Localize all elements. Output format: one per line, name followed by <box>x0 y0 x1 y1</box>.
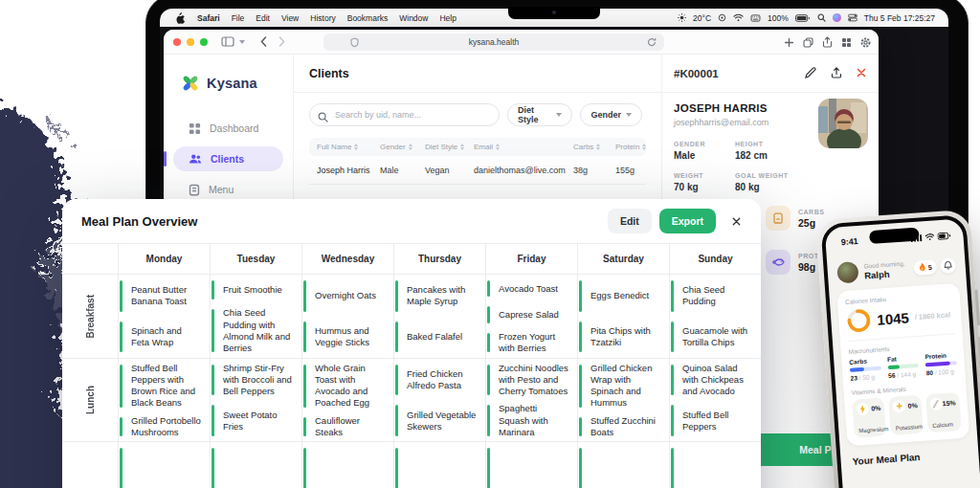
export-button[interactable]: Export <box>659 209 716 233</box>
new-tab-icon[interactable] <box>784 37 794 48</box>
chevron-down-icon[interactable] <box>239 40 245 44</box>
edit-pencil-icon[interactable] <box>804 66 817 81</box>
filter-button-diet-style[interactable]: Diet Style <box>507 103 572 126</box>
meal-item[interactable]: Almond Butter Cups <box>211 443 301 488</box>
siri-icon[interactable] <box>833 13 841 22</box>
meal-item[interactable]: Cauliflower Steaks <box>302 412 393 441</box>
streak-badge[interactable]: 5 <box>913 259 937 276</box>
meal-item[interactable]: Peanut Butter Banana Toast <box>119 276 210 317</box>
battery-icon[interactable] <box>795 14 811 22</box>
wifi-icon[interactable] <box>733 13 744 22</box>
column-header[interactable]: Full Name <box>309 143 372 151</box>
meal-item[interactable] <box>394 443 485 488</box>
meal-item[interactable]: Fruit Smoothie <box>211 276 301 304</box>
filter-label: Gender <box>590 110 621 120</box>
meal-item[interactable]: Dark Chocolate <box>578 443 669 488</box>
sidebar-toggle-icon[interactable] <box>221 36 234 47</box>
meal-item[interactable]: Hummus and Veggie Sticks <box>302 317 393 358</box>
meal-item[interactable]: Whole Grain Toast with Avocado and Poach… <box>302 360 393 412</box>
column-header[interactable]: Gender <box>372 143 417 151</box>
meal-item[interactable]: Grilled Vegetable Skewers <box>394 400 485 440</box>
meal-item[interactable]: Fried Chicken Alfredo Pasta <box>394 360 485 400</box>
meal-item[interactable]: Stuffed Bell Peppers with Brown Rice and… <box>119 360 210 412</box>
apple-logo-icon[interactable] <box>175 12 185 24</box>
menu-item-history[interactable]: History <box>304 13 341 23</box>
meal-item[interactable]: Chia Seed Pudding with Almond Milk and B… <box>211 304 301 357</box>
menu-item-view[interactable]: View <box>276 13 304 23</box>
table-row[interactable]: Joseph HarrisMaleVegandanielthomas@live.… <box>309 156 646 185</box>
meal-item[interactable]: Pancakes with Maple Syrup <box>394 276 485 317</box>
meal-item[interactable]: Zucchini Noodles with Pesto and Cherry T… <box>486 360 577 400</box>
meal-item[interactable]: Frozen Yogurt with Berries <box>486 328 577 357</box>
notification-bell-icon[interactable] <box>940 257 956 274</box>
menu-item-window[interactable]: Window <box>393 13 434 23</box>
meal-item[interactable] <box>302 443 393 488</box>
sidebar-item-dashboard[interactable]: Dashboard <box>173 116 283 141</box>
edit-button[interactable]: Edit <box>608 209 652 233</box>
focus-mode-icon[interactable] <box>718 13 726 22</box>
brand-logo[interactable]: Kysana <box>181 74 293 93</box>
copy-icon[interactable] <box>803 37 813 48</box>
brand-name: Kysana <box>207 76 257 91</box>
privacy-shield-icon[interactable] <box>350 37 359 50</box>
column-header[interactable]: Protein <box>608 143 646 151</box>
forward-icon[interactable] <box>278 36 285 47</box>
export-tray-icon[interactable] <box>830 66 843 81</box>
meal-item[interactable]: Baked Falafel <box>394 317 485 358</box>
meal-item[interactable]: Stuffed Zucchini Boats <box>578 412 669 441</box>
meal-item[interactable]: Overnight Oats <box>302 276 393 317</box>
column-header[interactable]: Diet Style <box>417 143 466 151</box>
maximize-window-button[interactable] <box>200 38 208 46</box>
user-avatar[interactable] <box>836 261 858 283</box>
meal-item[interactable]: Shrimp Stir-Fry with Broccoli and Bell P… <box>211 360 301 400</box>
menu-item-help[interactable]: Help <box>434 13 461 23</box>
column-header[interactable]: Carbs <box>566 143 608 151</box>
meal-item[interactable]: Quinoa Salad with Chickpeas and Avocado <box>670 360 761 400</box>
settings-gear-icon[interactable] <box>860 37 871 48</box>
close-modal-icon[interactable] <box>731 216 742 227</box>
minimize-window-button[interactable] <box>187 38 194 46</box>
meal-item[interactable]: Grilled Chicken Wrap with Spinach and Hu… <box>578 360 669 412</box>
meal-item[interactable]: Sweet Potato Fries <box>211 400 301 440</box>
meal-item[interactable]: Stuffed Bell Peppers <box>670 400 761 440</box>
meal-item[interactable]: Chia Seed Pudding <box>670 276 761 317</box>
meal-accent-bar <box>487 280 490 297</box>
control-center-icon[interactable] <box>848 13 858 22</box>
flame-icon <box>918 262 926 273</box>
menu-item-edit[interactable]: Edit <box>250 13 276 23</box>
meal-item[interactable]: Avocado Toast <box>486 276 577 301</box>
meal-item[interactable]: Quinoa Salad with <box>486 443 577 488</box>
tabs-grid-icon[interactable] <box>841 37 852 48</box>
meal-item[interactable]: Cheesy Chicken Burger <box>670 443 761 488</box>
close-window-button[interactable] <box>173 38 181 46</box>
address-bar[interactable]: kysana.health <box>323 33 664 51</box>
search-input[interactable] <box>309 103 500 126</box>
keyboard-icon[interactable] <box>750 14 761 22</box>
refresh-icon[interactable] <box>647 37 657 49</box>
close-panel-icon[interactable] <box>856 67 867 80</box>
menu-item-safari[interactable]: Safari <box>191 13 226 23</box>
filter-button-gender[interactable]: Gender <box>580 103 642 126</box>
spotlight-search-icon[interactable] <box>817 13 826 22</box>
day-header: Thursday <box>393 244 485 274</box>
menu-item-bookmarks[interactable]: Bookmarks <box>342 13 394 23</box>
meal-item[interactable]: Guacamole with Tortilla Chips <box>670 317 761 358</box>
weather-sun-icon[interactable] <box>678 13 686 22</box>
meal-item[interactable]: Caprese Salad <box>486 301 577 327</box>
meal-item[interactable]: Eggs Benedict <box>578 276 669 317</box>
meal-item[interactable] <box>119 443 210 488</box>
share-icon[interactable] <box>822 36 833 48</box>
meal-item[interactable]: Spinach and Feta Wrap <box>119 317 210 358</box>
meal-item[interactable]: Pita Chips with Tzatziki <box>578 317 669 358</box>
sidebar-item-clients[interactable]: Clients <box>173 146 283 171</box>
menu-item-file[interactable]: File <box>226 13 251 23</box>
column-header[interactable]: Email <box>466 143 566 151</box>
meal-item-text: Eggs Benedict <box>590 290 649 301</box>
table-header-row: Full NameGenderDiet StyleEmailCarbsProte… <box>309 138 646 156</box>
back-icon[interactable] <box>260 36 267 47</box>
meal-item[interactable]: Spaghetti Squash with Marinara <box>486 400 577 440</box>
macro-fat: Fat56 / 144 g <box>887 354 920 379</box>
menu-bar-clock[interactable]: Thu 5 Feb 17:25:27 <box>864 13 935 23</box>
meal-item[interactable]: Grilled Portobello Mushrooms <box>119 412 210 441</box>
macro-name: Carbs <box>849 357 880 366</box>
